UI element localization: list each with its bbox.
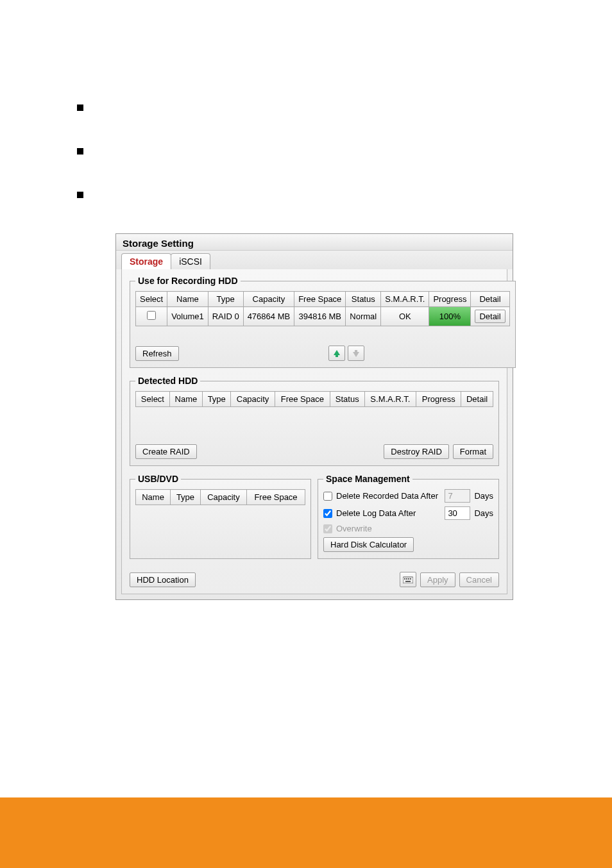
legend-use-for-recording: Use for Recording HDD	[135, 276, 241, 286]
group-detected-hdd: Detected HDD Select Name Type Capacity F…	[130, 376, 499, 466]
table-header-row: Select Name Type Capacity Free Space Sta…	[136, 392, 493, 407]
col-progress: Progress	[429, 292, 471, 307]
legend-space-management: Space Management	[323, 474, 412, 484]
arrow-up-icon	[333, 349, 341, 357]
delete-log-label: Delete Log Data After	[336, 508, 441, 518]
tab-storage[interactable]: Storage	[121, 253, 171, 269]
col-type: Type	[171, 490, 201, 505]
cell-name: Volume1	[167, 307, 208, 326]
svg-rect-5	[405, 581, 411, 582]
detail-button[interactable]: Detail	[475, 310, 505, 323]
col-capacity: Capacity	[231, 392, 275, 407]
svg-rect-1	[404, 578, 405, 580]
create-raid-button[interactable]: Create RAID	[135, 444, 197, 459]
cancel-button[interactable]: Cancel	[459, 572, 499, 587]
col-status: Status	[346, 292, 381, 307]
progress-value: 100%	[439, 312, 461, 321]
delete-recorded-input[interactable]	[445, 489, 470, 503]
cell-status: Normal	[346, 307, 381, 326]
col-detail: Detail	[461, 392, 493, 407]
move-down-button[interactable]	[348, 346, 364, 361]
apply-button[interactable]: Apply	[420, 572, 455, 587]
group-use-for-recording: Use for Recording HDD Select Name Type C…	[130, 276, 516, 368]
col-capacity: Capacity	[200, 490, 246, 505]
cell-select	[136, 307, 167, 326]
storage-setting-dialog: Storage Setting Storage iSCSI Use for Re…	[115, 233, 513, 600]
days-label: Days	[474, 491, 493, 501]
cell-free-space: 394816 MB	[294, 307, 346, 326]
legend-usb-dvd: USB/DVD	[135, 474, 181, 484]
delete-recorded-label: Delete Recorded Data After	[336, 491, 441, 501]
row-select-checkbox[interactable]	[147, 311, 156, 320]
col-capacity: Capacity	[243, 292, 294, 307]
delete-log-checkbox[interactable]	[323, 509, 332, 518]
overwrite-label: Overwrite	[336, 524, 493, 533]
dialog-title: Storage Setting	[116, 234, 513, 251]
usb-dvd-table: Name Type Capacity Free Space	[135, 489, 305, 505]
svg-rect-3	[408, 578, 409, 580]
keyboard-icon-button[interactable]	[400, 572, 416, 587]
refresh-button[interactable]: Refresh	[135, 346, 179, 361]
table-header-row: Name Type Capacity Free Space	[136, 490, 305, 505]
legend-detected-hdd: Detected HDD	[135, 376, 200, 386]
col-select: Select	[136, 392, 170, 407]
bullet-square-icon	[77, 192, 83, 198]
bullet-square-icon	[77, 104, 83, 111]
move-up-button[interactable]	[328, 346, 345, 361]
col-name: Name	[136, 490, 171, 505]
arrow-down-icon	[352, 349, 360, 357]
format-button[interactable]: Format	[453, 444, 493, 459]
detected-hdd-table: Select Name Type Capacity Free Space Sta…	[135, 391, 493, 407]
cell-smart: OK	[381, 307, 429, 326]
overwrite-checkbox[interactable]	[323, 524, 332, 533]
delete-recorded-checkbox[interactable]	[323, 492, 332, 501]
col-smart: S.M.A.R.T.	[364, 392, 416, 407]
col-status: Status	[330, 392, 364, 407]
svg-rect-2	[406, 578, 407, 580]
hdd-calculator-button[interactable]: Hard Disk Calculator	[323, 537, 414, 552]
col-free-space: Free Space	[246, 490, 305, 505]
group-usb-dvd: USB/DVD Name Type Capacity Free Space	[130, 474, 311, 559]
col-free-space: Free Space	[275, 392, 330, 407]
cell-capacity: 476864 MB	[243, 307, 294, 326]
svg-rect-0	[403, 577, 413, 583]
group-space-management: Space Management Delete Recorded Data Af…	[318, 474, 499, 559]
table-header-row: Select Name Type Capacity Free Space Sta…	[136, 292, 510, 307]
col-type: Type	[208, 292, 243, 307]
cell-progress: 100%	[429, 307, 471, 326]
cell-detail: Detail	[471, 307, 509, 326]
cell-type: RAID 0	[208, 307, 243, 326]
page-footer-band	[0, 797, 612, 868]
col-name: Name	[169, 392, 202, 407]
svg-rect-4	[410, 578, 411, 580]
hdd-location-button[interactable]: HDD Location	[130, 572, 196, 587]
col-smart: S.M.A.R.T.	[381, 292, 429, 307]
col-progress: Progress	[416, 392, 461, 407]
table-row: Volume1 RAID 0 476864 MB 394816 MB Norma…	[136, 307, 510, 326]
bullet-square-icon	[77, 148, 83, 154]
destroy-raid-button[interactable]: Destroy RAID	[384, 444, 448, 459]
col-detail: Detail	[471, 292, 509, 307]
delete-log-input[interactable]	[445, 506, 470, 520]
col-free-space: Free Space	[294, 292, 346, 307]
tab-bar: Storage iSCSI	[116, 251, 513, 269]
col-type: Type	[203, 392, 231, 407]
keyboard-icon	[403, 576, 413, 583]
col-select: Select	[136, 292, 167, 307]
days-label: Days	[474, 508, 493, 518]
tab-iscsi[interactable]: iSCSI	[171, 253, 210, 269]
recording-hdd-table: Select Name Type Capacity Free Space Sta…	[135, 291, 510, 326]
col-name: Name	[167, 292, 208, 307]
